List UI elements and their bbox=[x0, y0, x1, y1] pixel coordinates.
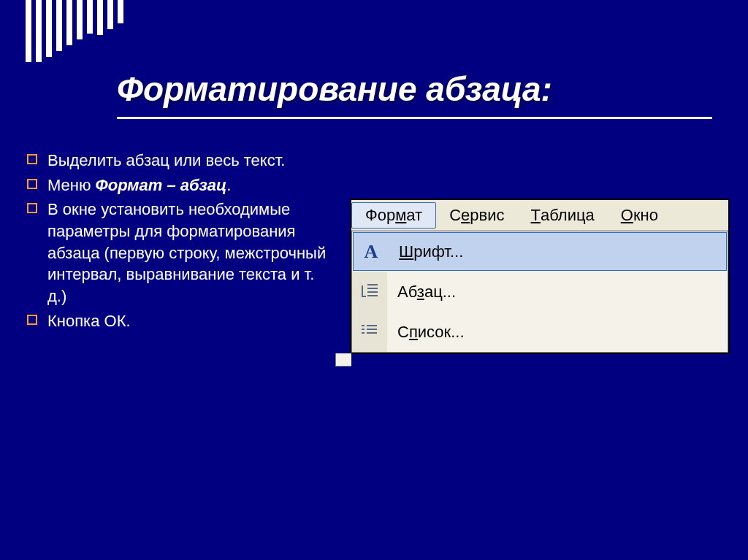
dropdown-tail bbox=[335, 353, 351, 367]
stripe bbox=[26, 0, 31, 62]
dropdown-item[interactable]: Список... bbox=[352, 312, 728, 352]
decorative-stripes bbox=[26, 0, 123, 62]
menu-screenshot: ФорматСервисТаблицаОкно AШрифт...Абзац..… bbox=[351, 199, 729, 353]
bullet-item: Меню Формат – абзац. bbox=[26, 174, 332, 196]
dropdown-label: Список... bbox=[387, 323, 465, 342]
stripe bbox=[36, 0, 42, 62]
dropdown-label: Абзац... bbox=[387, 283, 456, 302]
bullet-text: Выделить абзац или весь текст. bbox=[47, 151, 285, 169]
list-icon bbox=[352, 312, 387, 352]
stripe bbox=[56, 0, 62, 51]
menu-underline: е bbox=[461, 206, 470, 225]
menu-bar: ФорматСервисТаблицаОкно bbox=[351, 200, 728, 231]
menu-underline: м bbox=[395, 206, 406, 225]
bullet-item: В окне установить необходимые параметры … bbox=[26, 199, 332, 307]
dropdown-item[interactable]: Абзац... bbox=[352, 272, 728, 312]
stripe bbox=[107, 0, 113, 29]
bullet-item: Кнопка ОК. bbox=[26, 310, 332, 332]
menu-underline: О bbox=[621, 206, 633, 225]
menu-item[interactable]: Сервис bbox=[436, 200, 517, 230]
dropdown-menu: AШрифт...Абзац...Список... bbox=[351, 231, 728, 353]
stripe bbox=[46, 0, 52, 57]
stripe bbox=[66, 0, 72, 45]
bullet-list: Выделить абзац или весь текст.Меню Форма… bbox=[26, 150, 332, 332]
stripe bbox=[87, 0, 93, 34]
menu-underline: Т bbox=[531, 206, 541, 225]
stripe bbox=[118, 0, 123, 23]
para-icon bbox=[352, 272, 387, 312]
stripe bbox=[97, 0, 103, 35]
bullet-emphasis: Формат – абзац bbox=[96, 176, 227, 194]
slide-title: Форматирование абзаца: bbox=[117, 69, 552, 109]
bullet-text: В окне установить необходимые параметры … bbox=[47, 200, 326, 305]
bullet-content: Выделить абзац или весь текст.Меню Форма… bbox=[26, 150, 332, 335]
bullet-item: Выделить абзац или весь текст. bbox=[26, 150, 332, 172]
menu-item-partial bbox=[671, 200, 686, 230]
bullet-square-icon bbox=[27, 203, 37, 213]
menu-item[interactable]: Формат bbox=[351, 202, 436, 229]
stripe bbox=[77, 0, 83, 39]
menu-item[interactable]: Окно bbox=[608, 200, 671, 230]
bullet-text: Меню bbox=[47, 176, 96, 194]
title-underline bbox=[117, 117, 712, 119]
bullet-square-icon bbox=[27, 154, 37, 164]
bullet-text: . bbox=[226, 176, 231, 194]
menu-item[interactable]: Таблица bbox=[518, 200, 608, 230]
dropdown-item[interactable]: AШрифт... bbox=[353, 232, 727, 271]
bullet-square-icon bbox=[27, 315, 37, 325]
bullet-text: Кнопка ОК. bbox=[47, 312, 131, 330]
a-icon: A bbox=[354, 233, 389, 270]
bullet-square-icon bbox=[27, 179, 37, 189]
dropdown-label: Шрифт... bbox=[389, 242, 463, 261]
